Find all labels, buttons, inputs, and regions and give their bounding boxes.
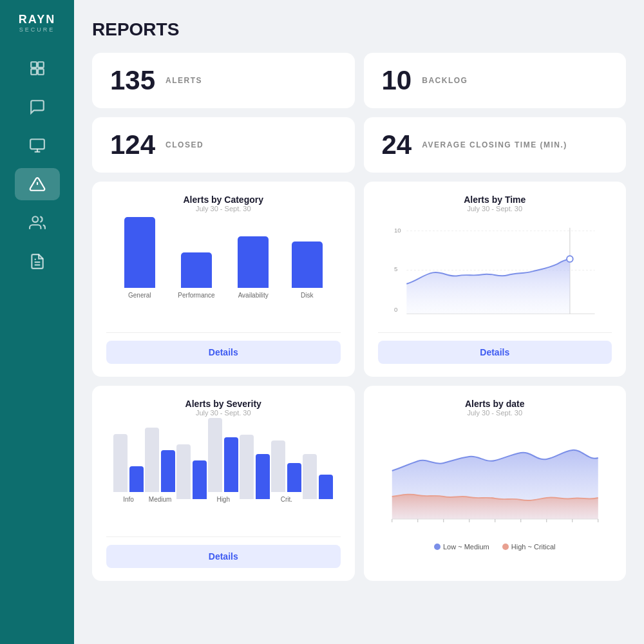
chart-severity: Alerts by Severity July 30 - Sept. 30 In… bbox=[92, 386, 355, 581]
bar-availability-label: Availability bbox=[238, 292, 269, 299]
stat-avg-label: AVERAGE CLOSING TIME (MIN.) bbox=[422, 140, 567, 149]
page-title: REPORTS bbox=[92, 19, 626, 40]
severity-info-bars bbox=[113, 434, 144, 492]
severity-high-label: High bbox=[216, 496, 230, 503]
chart-date-area: Low ~ Medium High ~ Critical bbox=[378, 426, 612, 529]
bar-availability: Availability bbox=[238, 236, 269, 299]
chart-date: Alerts by date July 30 - Sept. 30 bbox=[364, 386, 627, 581]
severity-info-bg bbox=[113, 434, 128, 492]
severity-crit2 bbox=[303, 454, 333, 503]
severity-crit: Crit. bbox=[271, 440, 301, 503]
stat-backlog-label: BACKLOG bbox=[422, 76, 468, 85]
severity-info: Info bbox=[113, 434, 144, 503]
chart-category-subtitle: July 30 - Sept. 30 bbox=[106, 205, 341, 213]
time-details-button[interactable]: Details bbox=[378, 341, 612, 364]
stats-row-2: 124 CLOSED 24 AVERAGE CLOSING TIME (MIN.… bbox=[92, 117, 626, 173]
svg-text:15:00: 15:00 bbox=[490, 317, 506, 318]
bar-general: General bbox=[124, 217, 155, 299]
stat-backlog: 10 BACKLOG bbox=[364, 53, 627, 108]
chart-time-title: Alerts by Time bbox=[378, 194, 612, 205]
bar-disk: Disk bbox=[292, 242, 323, 299]
stat-closed-label: CLOSED bbox=[166, 140, 204, 149]
stat-alerts: 135 ALERTS bbox=[92, 53, 355, 108]
severity-medium2-fg bbox=[193, 460, 207, 499]
svg-text:0: 0 bbox=[393, 306, 397, 313]
time-svg: 10 5 0 bbox=[378, 222, 612, 318]
severity-medium2-bg bbox=[176, 444, 191, 499]
category-details-button[interactable]: Details bbox=[106, 341, 341, 364]
chart-category-area: General Performance Availability Disk bbox=[106, 222, 341, 325]
severity-high2-bars bbox=[240, 435, 270, 499]
chart-time: Alerts by Time July 30 - Sept. 30 10 5 0 bbox=[364, 182, 627, 377]
severity-high-fg bbox=[224, 437, 238, 492]
stat-avg-number: 24 bbox=[382, 131, 412, 158]
bar-disk-label: Disk bbox=[301, 292, 313, 299]
chart-date-title: Alerts by date bbox=[378, 399, 612, 409]
svg-rect-3 bbox=[38, 69, 44, 75]
severity-crit2-bg bbox=[303, 454, 317, 499]
logo-name: RAYN bbox=[19, 13, 55, 26]
stat-avg-time: 24 AVERAGE CLOSING TIME (MIN.) bbox=[364, 117, 627, 173]
svg-text:12:00: 12:00 bbox=[415, 317, 431, 318]
chart-severity-title: Alerts by Severity bbox=[106, 399, 341, 409]
svg-point-9 bbox=[32, 216, 38, 222]
main-content: REPORTS 135 ALERTS 10 BACKLOG 124 CLOSED… bbox=[74, 0, 644, 644]
sidebar-item-users[interactable] bbox=[15, 207, 60, 239]
svg-text:5: 5 bbox=[393, 265, 397, 272]
severity-high-bg bbox=[208, 418, 222, 492]
bar-performance: Performance bbox=[178, 252, 214, 299]
severity-crit-bg bbox=[271, 440, 285, 492]
charts-grid: Alerts by Category July 30 - Sept. 30 Ge… bbox=[92, 182, 626, 581]
bar-disk-fill bbox=[292, 242, 323, 288]
chart-time-area: 10 5 0 bbox=[378, 222, 612, 325]
legend-high-critical: High ~ Critical bbox=[502, 543, 556, 551]
severity-crit-fg bbox=[287, 463, 301, 492]
svg-text:19:00: 19:00 bbox=[568, 317, 583, 318]
stat-backlog-number: 10 bbox=[382, 67, 412, 94]
bar-availability-fill bbox=[238, 236, 269, 288]
legend-low-medium-label: Low ~ Medium bbox=[443, 543, 489, 551]
severity-medium-label: Medium bbox=[149, 496, 172, 503]
bar-performance-label: Performance bbox=[178, 292, 214, 299]
chart-category-title: Alerts by Category bbox=[106, 194, 341, 205]
chart-date-subtitle: July 30 - Sept. 30 bbox=[378, 409, 612, 417]
severity-high2-fg bbox=[256, 454, 270, 499]
logo: RAYN SECURE bbox=[19, 13, 55, 33]
sidebar-item-dashboard[interactable] bbox=[15, 52, 60, 84]
legend-high-critical-label: High ~ Critical bbox=[511, 543, 556, 551]
severity-medium: Medium bbox=[145, 428, 175, 503]
severity-medium2-bars bbox=[176, 444, 207, 499]
severity-medium2 bbox=[176, 444, 207, 503]
svg-text:10: 10 bbox=[393, 227, 401, 234]
sidebar: RAYN SECURE bbox=[0, 0, 74, 644]
bar-general-fill bbox=[124, 217, 155, 288]
legend-high-critical-dot bbox=[502, 544, 509, 550]
severity-bars: Info Medium bbox=[106, 426, 341, 503]
severity-details-button[interactable]: Details bbox=[106, 545, 341, 568]
severity-high: High bbox=[208, 418, 238, 503]
sidebar-item-alerts[interactable] bbox=[15, 168, 60, 200]
severity-high2 bbox=[240, 435, 270, 503]
svg-point-19 bbox=[567, 256, 573, 262]
sidebar-item-reports[interactable] bbox=[15, 245, 60, 278]
severity-medium-fg bbox=[161, 450, 175, 492]
stat-alerts-number: 135 bbox=[110, 67, 155, 94]
svg-rect-4 bbox=[30, 139, 44, 149]
severity-crit2-fg bbox=[319, 475, 333, 499]
category-bars: General Performance Availability Disk bbox=[106, 222, 341, 299]
severity-info-label: Info bbox=[123, 496, 134, 503]
legend-low-medium-dot bbox=[434, 544, 440, 550]
severity-medium-bg bbox=[145, 428, 159, 492]
chart-severity-area: Info Medium bbox=[106, 426, 341, 529]
severity-crit2-bars bbox=[303, 454, 333, 499]
svg-rect-0 bbox=[31, 62, 37, 68]
bar-general-label: General bbox=[128, 292, 151, 299]
severity-crit-label: Crit. bbox=[281, 496, 292, 503]
severity-high2-bg bbox=[240, 435, 254, 499]
chart-time-subtitle: July 30 - Sept. 30 bbox=[378, 205, 612, 213]
sidebar-item-messages[interactable] bbox=[15, 91, 60, 123]
legend-low-medium: Low ~ Medium bbox=[434, 543, 489, 551]
severity-info-fg bbox=[129, 466, 144, 492]
sidebar-item-monitor[interactable] bbox=[15, 129, 60, 162]
chart-category: Alerts by Category July 30 - Sept. 30 Ge… bbox=[92, 182, 355, 377]
